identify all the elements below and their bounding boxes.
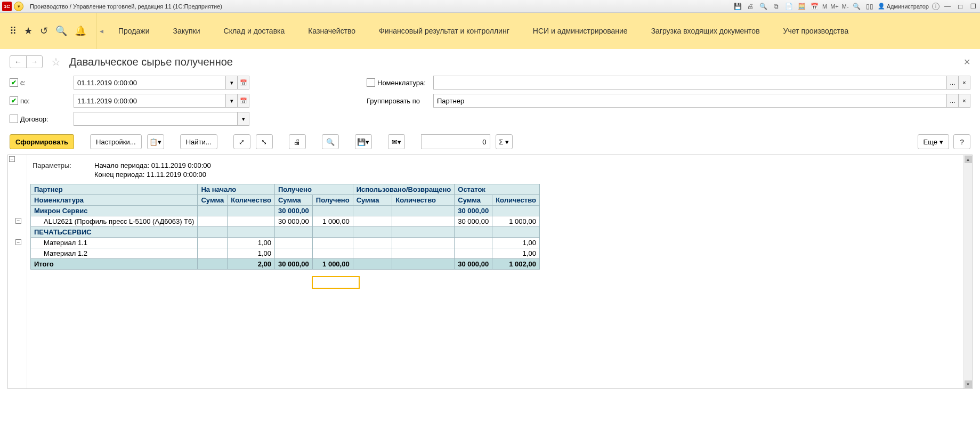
- c: [353, 216, 392, 227]
- generate-button[interactable]: Сформировать: [10, 134, 74, 149]
- table-group-row[interactable]: Микрон Сервис 30 000,00 30 000,00: [31, 206, 540, 216]
- contract-dropdown-btn[interactable]: ▾: [238, 112, 249, 126]
- sum-input[interactable]: [421, 134, 490, 149]
- restore-icon[interactable]: ❐: [968, 2, 978, 11]
- user-name[interactable]: 👤 Администратор: [878, 3, 929, 10]
- settings-button[interactable]: Настройки...: [90, 134, 142, 149]
- email-button[interactable]: ✉▾: [388, 134, 405, 149]
- maximize-icon[interactable]: ◻: [955, 2, 965, 11]
- table-row[interactable]: Материал 1.1 1,00 1,00: [31, 238, 540, 248]
- checkbox-from[interactable]: ✔: [10, 78, 18, 87]
- filter-to-label: ✔ по:: [10, 96, 68, 105]
- tree-toggle-root[interactable]: −: [9, 156, 15, 162]
- history-icon[interactable]: ↺: [40, 25, 48, 37]
- compare-icon[interactable]: ⧉: [771, 2, 781, 11]
- report-params: Параметры: Начало периода: 01.11.2019 0:…: [27, 159, 963, 184]
- tree-toggle-group-1[interactable]: −: [15, 218, 21, 224]
- calendar-icon[interactable]: 📅: [809, 2, 819, 11]
- group-clear-btn[interactable]: ×: [959, 94, 970, 108]
- window-title: Производство / Управление торговлей, ред…: [30, 3, 222, 10]
- sigma-button[interactable]: Σ ▾: [496, 134, 513, 149]
- scroll-up-icon[interactable]: ▲: [965, 156, 972, 163]
- to-date-input[interactable]: 11.11.2019 0:00:00: [74, 94, 226, 108]
- row-name: Материал 1.1: [31, 238, 198, 248]
- to-calendar-btn[interactable]: 📅: [238, 94, 249, 108]
- memory-m-plus[interactable]: M+: [830, 3, 839, 10]
- nomen-input[interactable]: [433, 76, 947, 90]
- from-dropdown-btn[interactable]: ▾: [226, 76, 238, 90]
- col-qty3: Количество: [392, 195, 455, 206]
- settings-variants-button[interactable]: 📋▾: [147, 134, 164, 149]
- nomen-clear-btn[interactable]: ×: [959, 76, 970, 90]
- checkbox-to[interactable]: ✔: [10, 96, 18, 105]
- print-icon[interactable]: 🖨: [746, 2, 755, 11]
- expand-button[interactable]: ⤢: [233, 134, 250, 149]
- c: [198, 206, 228, 216]
- c: [392, 238, 455, 248]
- dropdown-button[interactable]: ▾: [14, 2, 23, 11]
- c: [312, 227, 353, 238]
- menu-sales[interactable]: Продажи: [107, 13, 161, 49]
- print-button[interactable]: 🖨: [289, 134, 306, 149]
- collapse-button[interactable]: ⤡: [256, 134, 273, 149]
- filter-nomen-label: ✔ Номенклатура:: [367, 78, 428, 87]
- menu-production[interactable]: Учет производства: [772, 13, 861, 49]
- to-dropdown-btn[interactable]: ▾: [226, 94, 238, 108]
- filter-contract-input-group: ▾: [74, 112, 249, 126]
- scroll-down-icon[interactable]: ▼: [965, 380, 972, 388]
- table-row[interactable]: ALU2621 (Профиль пресс L-5100 (АД6063) T…: [31, 216, 540, 227]
- menu-finance[interactable]: Финансовый результат и контроллинг: [367, 13, 521, 49]
- info-icon[interactable]: i: [932, 3, 939, 10]
- nomen-select-btn[interactable]: …: [947, 76, 959, 90]
- menu-incoming-label: Загрузка входящих документов: [651, 26, 760, 36]
- menu-purchases[interactable]: Закупки: [161, 13, 212, 49]
- preview-icon[interactable]: 🔍: [758, 2, 768, 11]
- nav-back[interactable]: ←: [10, 56, 26, 68]
- close-icon[interactable]: ✕: [963, 57, 970, 67]
- c: [312, 206, 353, 216]
- zoom-icon[interactable]: 🔍: [852, 2, 862, 11]
- c: 1,00: [492, 248, 540, 259]
- favorite-icon[interactable]: ★: [24, 25, 33, 37]
- selected-cell[interactable]: [312, 276, 360, 289]
- apps-icon[interactable]: ⠿: [10, 25, 17, 37]
- notifications-icon[interactable]: 🔔: [75, 25, 86, 37]
- search-icon[interactable]: 🔍: [55, 25, 67, 37]
- menu-warehouse[interactable]: Склад и доставка: [212, 13, 297, 49]
- menu-nsi[interactable]: НСИ и администрирование: [521, 13, 639, 49]
- doc-icon[interactable]: 📄: [784, 2, 793, 11]
- preview-button[interactable]: 🔍: [322, 134, 339, 149]
- from-calendar-btn[interactable]: 📅: [238, 76, 249, 90]
- menu-incoming[interactable]: Загрузка входящих документов: [639, 13, 772, 49]
- find-button[interactable]: Найти...: [180, 134, 217, 149]
- nav-forward[interactable]: →: [26, 56, 42, 68]
- c: [392, 248, 455, 259]
- save-icon[interactable]: 💾: [733, 2, 742, 11]
- minimize-icon[interactable]: —: [943, 2, 952, 11]
- more-button[interactable]: Еще ▾: [918, 134, 949, 149]
- table-group-row[interactable]: ПЕЧАТЬСЕРВИС: [31, 227, 540, 238]
- nomen-label-text: Номенклатура:: [377, 79, 426, 87]
- save-button[interactable]: 💾▾: [355, 134, 372, 149]
- memory-m[interactable]: M: [822, 3, 827, 10]
- menu-treasury[interactable]: Казначейство: [296, 13, 367, 49]
- table-row[interactable]: Материал 1.2 1,00 1,00: [31, 248, 540, 259]
- group-select-btn[interactable]: …: [947, 94, 959, 108]
- memory-m-minus[interactable]: M-: [842, 3, 849, 10]
- help-button[interactable]: ?: [953, 134, 970, 149]
- scroll-left-icon[interactable]: ◂: [96, 13, 107, 49]
- checkbox-contract[interactable]: ✔: [10, 115, 18, 123]
- report-table: Партнер На начало Получено Использовано/…: [30, 184, 540, 270]
- col-qty4: Количество: [492, 195, 540, 206]
- vertical-scrollbar[interactable]: ▲ ▼: [963, 155, 972, 388]
- calculator-icon[interactable]: 🧮: [797, 2, 806, 11]
- tree-toggle-group-2[interactable]: −: [15, 239, 21, 245]
- main-menu: ⠿ ★ ↺ 🔍 🔔 ◂ Продажи Закупки Склад и дост…: [0, 13, 980, 49]
- checkbox-nomen[interactable]: ✔: [367, 78, 375, 87]
- from-date-input[interactable]: 01.11.2019 0:00:00: [74, 76, 226, 90]
- group-input[interactable]: Партнер: [433, 94, 947, 108]
- contract-input[interactable]: [74, 112, 238, 126]
- table-header-2: Номенклатура Сумма Количество Сумма Полу…: [31, 195, 540, 206]
- favorite-star-icon[interactable]: ☆: [51, 55, 61, 68]
- panel-icon[interactable]: ▯▯: [865, 2, 874, 11]
